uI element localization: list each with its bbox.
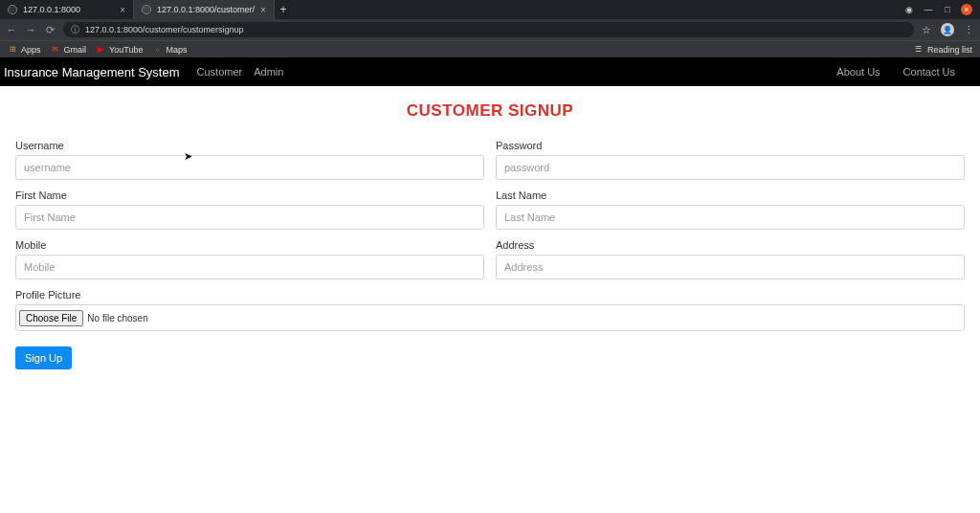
form-group-last-name: Last Name xyxy=(496,190,965,230)
url-text: 127.0.0.1:8000/customer/customersignup xyxy=(85,25,244,34)
username-label: Username xyxy=(15,140,484,151)
bookmark-gmail[interactable]: ✉ Gmail xyxy=(51,45,87,55)
toolbar-right: ☆ 👤 ⋮ xyxy=(922,23,974,36)
browser-tab-1[interactable]: ⦾ 127.0.0.1:8000 × xyxy=(0,0,134,19)
nav-about[interactable]: About Us xyxy=(836,66,880,78)
close-icon[interactable]: × xyxy=(120,5,125,15)
reading-list[interactable]: ☰ Reading list xyxy=(914,45,972,55)
brand[interactable]: Insurance Management System xyxy=(4,65,180,79)
forward-icon[interactable]: → xyxy=(25,24,36,35)
last-name-input[interactable] xyxy=(496,205,965,230)
form-group-first-name: First Name xyxy=(15,190,484,230)
content: CUSTOMER SIGNUP Username Password First … xyxy=(0,86,980,379)
apps-icon: ⊞ xyxy=(8,45,17,55)
nav-contact[interactable]: Contact Us xyxy=(903,66,955,78)
file-status: No file chosen xyxy=(87,313,147,323)
youtube-icon: ▶ xyxy=(96,45,105,55)
signup-button[interactable]: Sign Up xyxy=(15,346,72,369)
close-window-icon[interactable]: × xyxy=(961,4,972,15)
browser-tab-2[interactable]: ⦾ 127.0.0.1:8000/customer/ × xyxy=(134,0,275,19)
minimize-icon[interactable]: — xyxy=(923,4,934,15)
password-label: Password xyxy=(496,140,965,151)
site-info-icon[interactable]: ⓘ xyxy=(71,24,79,36)
address-label: Address xyxy=(496,239,965,251)
browser-chrome: ⦾ 127.0.0.1:8000 × ⦾ 127.0.0.1:8000/cust… xyxy=(0,0,980,57)
globe-icon: ⦾ xyxy=(8,5,17,14)
gmail-icon: ✉ xyxy=(51,45,60,55)
mobile-label: Mobile xyxy=(15,239,484,251)
bookmarks-bar: ⊞ Apps ✉ Gmail ▶ YouTube ⬨ Maps ☰ Readin… xyxy=(0,40,980,57)
reading-list-icon: ☰ xyxy=(914,45,924,55)
nav-customer[interactable]: Customer xyxy=(197,66,243,78)
close-icon[interactable]: × xyxy=(260,5,266,15)
window-controls: ◉ — □ × xyxy=(903,4,980,15)
tab-title: 127.0.0.1:8000 xyxy=(23,5,80,14)
maximize-icon[interactable]: □ xyxy=(942,4,953,15)
username-input[interactable] xyxy=(15,155,484,180)
choose-file-button[interactable]: Choose File xyxy=(19,310,83,326)
star-icon[interactable]: ☆ xyxy=(922,24,931,36)
tab-title: 127.0.0.1:8000/customer/ xyxy=(157,5,255,14)
app-navbar: Insurance Management System Customer Adm… xyxy=(0,57,980,86)
first-name-input[interactable] xyxy=(15,205,484,230)
form-group-password: Password xyxy=(496,140,965,180)
nav-admin[interactable]: Admin xyxy=(254,66,283,78)
form-group-mobile: Mobile xyxy=(15,239,484,279)
maps-icon: ⬨ xyxy=(152,45,162,55)
bookmark-apps[interactable]: ⊞ Apps xyxy=(8,45,41,55)
profile-avatar-icon[interactable]: 👤 xyxy=(941,23,954,36)
menu-icon[interactable]: ⋮ xyxy=(964,24,974,36)
address-input[interactable] xyxy=(496,255,965,279)
bookmark-youtube[interactable]: ▶ YouTube xyxy=(96,45,143,55)
back-icon[interactable]: ← xyxy=(6,24,17,35)
record-icon[interactable]: ◉ xyxy=(903,4,915,15)
form-group-profile-pic: Profile Picture Choose File No file chos… xyxy=(15,289,965,331)
reload-icon[interactable]: ⟳ xyxy=(44,24,56,36)
password-input[interactable] xyxy=(496,155,965,180)
first-name-label: First Name xyxy=(15,190,484,201)
page-title: CUSTOMER SIGNUP xyxy=(15,101,965,121)
new-tab-button[interactable]: + xyxy=(275,3,292,16)
bookmark-maps[interactable]: ⬨ Maps xyxy=(152,45,187,55)
form-group-address: Address xyxy=(496,239,965,279)
tab-bar: ⦾ 127.0.0.1:8000 × ⦾ 127.0.0.1:8000/cust… xyxy=(0,0,980,19)
address-bar: ← → ⟳ ⓘ 127.0.0.1:8000/customer/customer… xyxy=(0,19,980,40)
last-name-label: Last Name xyxy=(496,190,965,201)
file-input-wrap[interactable]: Choose File No file chosen xyxy=(15,304,965,331)
profile-pic-label: Profile Picture xyxy=(15,289,965,301)
form-group-username: Username xyxy=(15,140,484,180)
url-input[interactable]: ⓘ 127.0.0.1:8000/customer/customersignup xyxy=(63,22,914,37)
mobile-input[interactable] xyxy=(15,255,484,279)
globe-icon: ⦾ xyxy=(142,5,151,14)
